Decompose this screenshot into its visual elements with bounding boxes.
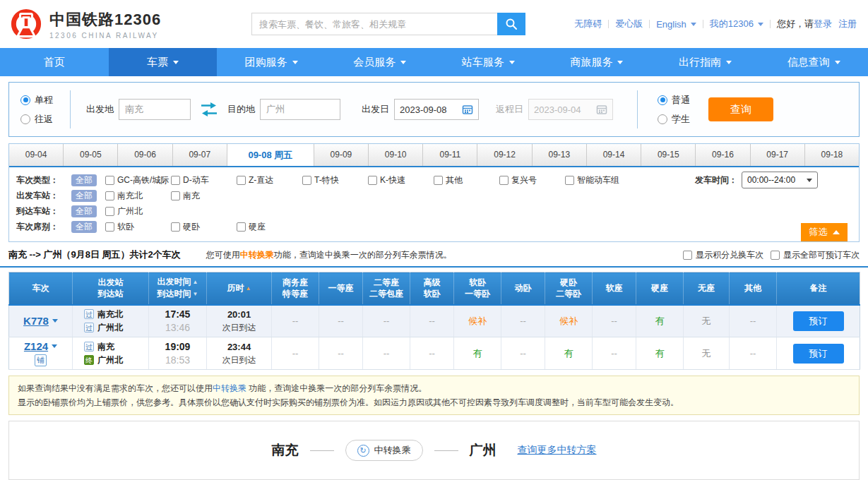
column-header[interactable]: 无座 (684, 272, 730, 305)
filter-all-badge[interactable]: 全部 (71, 190, 97, 202)
filter-option[interactable]: 硬座 (237, 221, 302, 233)
date-tab[interactable]: 09-14 (587, 144, 641, 166)
transfer-pill-button[interactable]: ↻ 中转换乘 (345, 440, 423, 461)
register-link[interactable]: 注册 (838, 18, 857, 30)
round-trip-radio[interactable]: 往返 (20, 113, 70, 126)
filter-option[interactable]: 广州北 (105, 205, 171, 217)
filter-option[interactable]: 软卧 (105, 221, 171, 233)
date-tab[interactable]: 09-11 (423, 144, 477, 166)
filter-option-label: K-快速 (380, 174, 405, 186)
date-tab[interactable]: 09-08 周五 (227, 144, 314, 166)
date-tab[interactable]: 09-15 (641, 144, 696, 166)
show-points-checkbox[interactable]: 显示积分兑换车次 (683, 249, 763, 261)
login-link[interactable]: 登录 (814, 18, 832, 29)
chevron-down-icon[interactable] (52, 344, 57, 348)
link-english[interactable]: English (656, 19, 686, 30)
nav-item-5[interactable]: 站车服务 (434, 48, 543, 76)
sort-icon[interactable]: ▲ (193, 279, 198, 285)
date-tab[interactable]: 09-17 (751, 144, 805, 166)
filter-button[interactable]: 筛选 (801, 223, 848, 241)
date-tab[interactable]: 09-07 (173, 144, 227, 166)
filter-all-badge[interactable]: 全部 (71, 174, 97, 186)
nav-item-3[interactable]: 团购服务 (217, 48, 326, 76)
column-header[interactable]: 历时▲ (207, 272, 272, 305)
column-header[interactable]: 出发站到达站 (73, 272, 149, 305)
search-input[interactable] (251, 13, 497, 35)
column-header[interactable]: 硬座 (636, 272, 684, 305)
seat-cell: 无 (684, 305, 730, 337)
date-tab[interactable]: 09-04 (9, 144, 64, 166)
from-city-input[interactable] (119, 99, 191, 120)
filter-option[interactable]: D-动车 (171, 174, 237, 186)
link-my12306[interactable]: 我的12306 (710, 18, 754, 30)
column-header[interactable]: 硬卧二等卧 (545, 272, 593, 305)
seat-cell: -- (363, 337, 410, 370)
to-city-input[interactable] (260, 99, 340, 120)
column-header[interactable]: 车次 (9, 272, 73, 305)
column-header[interactable]: 高级软卧 (410, 272, 454, 305)
show-all-checkbox[interactable]: 显示全部可预订车次 (771, 249, 860, 261)
train-number-link[interactable]: K778 (23, 315, 49, 327)
filter-option[interactable]: T-特快 (302, 174, 368, 186)
filter-option[interactable]: 智能动车组 (565, 174, 631, 186)
book-button[interactable]: 预订 (793, 344, 844, 364)
date-tab[interactable]: 09-05 (64, 144, 118, 166)
filter-option[interactable]: 南充 (171, 190, 237, 202)
column-header[interactable]: 二等座二等包座 (363, 272, 410, 305)
filter-option[interactable]: 硬卧 (171, 221, 237, 233)
student-type-radio[interactable]: 学生 (658, 113, 690, 126)
normal-type-radio[interactable]: 普通 (658, 94, 690, 107)
column-header[interactable]: 出发时间▲到达时间▼ (149, 272, 207, 305)
transfer-link[interactable]: 中转换乘 (240, 250, 274, 260)
depart-time-select[interactable]: 00:00--24:00 (742, 172, 818, 188)
filter-option[interactable]: 南充北 (105, 190, 171, 202)
date-tab[interactable]: 09-09 (314, 144, 369, 166)
column-header[interactable]: 软卧一等卧 (454, 272, 501, 305)
more-transfer-link[interactable]: 查询更多中转方案 (518, 444, 597, 457)
date-tab[interactable]: 09-16 (696, 144, 750, 166)
column-header[interactable]: 其他 (730, 272, 777, 305)
sort-icon[interactable]: ▲ (246, 285, 251, 292)
checkbox-icon (105, 176, 114, 185)
column-header[interactable]: 软座 (593, 272, 636, 305)
column-header[interactable]: 动卧 (501, 272, 545, 305)
link-accessibility[interactable]: 无障碍 (574, 18, 602, 30)
query-button[interactable]: 查询 (708, 97, 773, 121)
chevron-up-icon (833, 230, 840, 234)
checkbox-icon (237, 176, 246, 185)
column-header[interactable]: 备注 (777, 272, 860, 305)
filter-all-badge[interactable]: 全部 (71, 205, 97, 217)
nav-item-8[interactable]: 信息查询 (759, 48, 868, 76)
filter-all-badge[interactable]: 全部 (71, 221, 97, 233)
swap-stations-icon[interactable] (201, 102, 218, 116)
stations-cell: 过南充终广州北 (73, 337, 149, 370)
nav-item-1[interactable]: 首页 (0, 48, 109, 76)
filter-option[interactable]: K-快速 (368, 174, 434, 186)
book-button[interactable]: 预订 (793, 311, 844, 331)
sort-icon[interactable]: ▼ (193, 291, 198, 297)
filter-option[interactable]: Z-直达 (237, 174, 302, 186)
train-number: K778 (9, 315, 72, 327)
transfer-link[interactable]: 中转换乘 (213, 383, 246, 393)
filter-option[interactable]: 其他 (434, 174, 499, 186)
date-tab[interactable]: 09-10 (369, 144, 423, 166)
filter-option[interactable]: GC-高铁/城际 (105, 174, 171, 186)
search-button[interactable] (497, 13, 525, 35)
column-header[interactable]: 一等座 (319, 272, 363, 305)
nav-item-6[interactable]: 商旅服务 (542, 48, 651, 76)
filter-option[interactable]: 复兴号 (499, 174, 565, 186)
train-number-link[interactable]: Z124 (24, 340, 48, 352)
nav-item-4[interactable]: 会员服务 (326, 48, 434, 76)
link-care-version[interactable]: 爱心版 (615, 18, 643, 30)
date-tab[interactable]: 09-12 (477, 144, 532, 166)
one-way-radio[interactable]: 单程 (20, 94, 70, 107)
date-tab[interactable]: 09-13 (533, 144, 587, 166)
column-header[interactable]: 商务座特等座 (272, 272, 319, 305)
date-tab[interactable]: 09-18 (805, 144, 859, 166)
nav-item-7[interactable]: 出行指南 (651, 48, 760, 76)
chevron-down-icon[interactable] (52, 319, 58, 323)
logo[interactable]: 中国铁路12306 12306 CHINA RAILWAY (10, 8, 251, 40)
depart-date-input[interactable]: 2023-09-08 (394, 99, 479, 120)
nav-item-2[interactable]: 车票 (109, 48, 218, 76)
date-tab[interactable]: 09-06 (118, 144, 172, 166)
